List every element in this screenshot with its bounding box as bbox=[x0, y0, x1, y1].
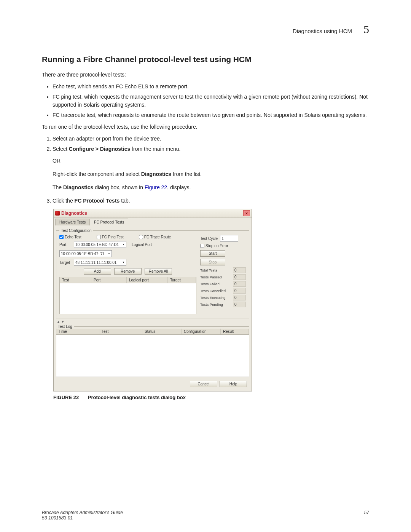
test-cycle-label: Test Cycle bbox=[200, 236, 218, 241]
log-col-status[interactable]: Status bbox=[142, 329, 182, 334]
port-combo[interactable]: 10:00:00:05:1E:BD:47:D1 bbox=[74, 241, 126, 248]
log-col-configuration[interactable]: Configuration bbox=[182, 329, 221, 334]
logical-port-combo[interactable]: 10:00:00:05:1E:BD:47:D1 bbox=[59, 250, 112, 257]
step-2-post: from the main menu. bbox=[130, 146, 180, 152]
test-cycle-input[interactable]: 1 bbox=[220, 235, 238, 242]
total-tests-label: Total Tests bbox=[200, 268, 231, 272]
close-icon[interactable]: × bbox=[243, 210, 250, 216]
chapter-number: 5 bbox=[363, 23, 369, 36]
tests-pending-label: Tests Pending bbox=[200, 302, 231, 307]
step-3-post: tab. bbox=[119, 198, 130, 204]
tests-cancelled-value: 0 bbox=[233, 288, 246, 294]
fc-trace-route-checkbox[interactable] bbox=[139, 235, 143, 239]
step-3: Click the FC Protocol Tests tab. bbox=[53, 197, 369, 205]
stop-on-error-label: Stop on Error bbox=[206, 244, 228, 248]
stop-on-error-checkbox[interactable] bbox=[200, 244, 204, 248]
bullet-ping: FC ping test, which requests the managem… bbox=[53, 93, 369, 109]
footer-doc-number: 53-1001583-01 bbox=[42, 515, 123, 521]
help-button[interactable]: Help bbox=[220, 381, 247, 387]
group-test-log: Test Log bbox=[56, 324, 74, 329]
section-heading: Running a Fibre Channel protocol-level t… bbox=[42, 55, 369, 64]
step-2-rc-pre: Right-click the component and select bbox=[53, 171, 141, 177]
log-col-result[interactable]: Result bbox=[221, 329, 249, 334]
tab-fc-protocol-tests[interactable]: FC Protocol Tests bbox=[90, 219, 128, 225]
tab-hardware-tests[interactable]: Hardware Tests bbox=[55, 219, 90, 225]
tests-grid[interactable]: Test Port Logical port Target bbox=[59, 277, 196, 314]
port-label: Port bbox=[59, 243, 72, 247]
bullet-traceroute: FC traceroute test, which requests to en… bbox=[53, 111, 369, 119]
step-3-pre: Click the bbox=[53, 198, 75, 204]
step-3-bold: FC Protocol Tests bbox=[75, 198, 120, 204]
add-button[interactable]: Add bbox=[84, 268, 111, 275]
fc-ping-test-checkbox[interactable] bbox=[97, 235, 101, 239]
echo-test-checkbox[interactable] bbox=[59, 235, 64, 239]
step-2-d-bold: Diagnostics bbox=[63, 184, 93, 190]
bullet-echo: Echo test, which sends an FC Echo ELS to… bbox=[53, 83, 369, 91]
remove-button[interactable]: Remove bbox=[114, 268, 142, 275]
step-2-or: OR bbox=[53, 157, 369, 165]
footer-page-number: 57 bbox=[364, 510, 369, 521]
col-target[interactable]: Target bbox=[168, 277, 196, 283]
tests-executing-label: Tests Executing bbox=[200, 296, 231, 300]
app-icon bbox=[55, 211, 60, 216]
step-2: Select Configure > Diagnostics from the … bbox=[53, 145, 369, 192]
step-1: Select an adapter or port from the devic… bbox=[53, 135, 369, 143]
col-logical-port[interactable]: Logical port bbox=[127, 277, 168, 283]
log-col-test[interactable]: Test bbox=[99, 329, 142, 334]
figure-22-link[interactable]: Figure 22 bbox=[145, 184, 167, 190]
figure-label: FIGURE 22 bbox=[53, 395, 79, 400]
tests-passed-value: 0 bbox=[233, 274, 246, 280]
step-2-rc-post: from the list. bbox=[171, 171, 202, 177]
fc-trace-route-label: FC Trace Route bbox=[144, 235, 171, 239]
total-tests-value: 0 bbox=[233, 267, 246, 273]
tests-pending-value: 0 bbox=[233, 302, 246, 307]
intro-text: There are three protocol-level tests: bbox=[42, 71, 369, 79]
echo-test-label: Echo Test bbox=[65, 235, 81, 239]
tests-passed-label: Tests Passed bbox=[200, 275, 231, 279]
col-port[interactable]: Port bbox=[91, 277, 127, 283]
page-header-title: Diagnostics using HCM bbox=[293, 28, 352, 34]
test-log-grid[interactable] bbox=[56, 335, 249, 377]
fc-ping-test-label: FC Ping Test bbox=[102, 235, 124, 239]
start-button[interactable]: Start bbox=[200, 250, 225, 257]
tests-failed-label: Tests Failed bbox=[200, 282, 231, 286]
cancel-button[interactable]: Cancel bbox=[190, 381, 217, 387]
figure-caption-text: Protocol-level diagnostic tests dialog b… bbox=[88, 395, 186, 400]
step-2-pre: Select bbox=[53, 146, 69, 152]
tests-executing-value: 0 bbox=[233, 295, 246, 300]
tests-failed-value: 0 bbox=[233, 281, 246, 287]
diagnostics-dialog: Diagnostics × Hardware Tests FC Protocol… bbox=[53, 209, 252, 391]
col-test[interactable]: Test bbox=[60, 277, 91, 283]
dialog-title: Diagnostics bbox=[61, 211, 87, 216]
group-test-configuration: Test Configuration bbox=[59, 228, 93, 233]
target-combo[interactable]: 48:11:11:11:11:11:00:01 bbox=[74, 259, 126, 266]
stop-button[interactable]: Stop bbox=[200, 259, 225, 265]
step-2-d-post: , displays. bbox=[167, 184, 191, 190]
step-2-d-pre: The bbox=[53, 184, 63, 190]
tests-cancelled-label: Tests Cancelled bbox=[200, 289, 231, 293]
footer-guide-title: Brocade Adapters Administrator's Guide bbox=[42, 510, 123, 515]
step-2-d-mid: dialog box, shown in bbox=[93, 184, 145, 190]
target-label: Target bbox=[59, 260, 72, 265]
step-2-menu-path: Configure > Diagnostics bbox=[69, 146, 130, 152]
remove-all-button[interactable]: Remove All bbox=[145, 268, 172, 275]
log-col-time[interactable]: Time bbox=[56, 329, 99, 334]
procedure-intro: To run one of the protocol-level tests, … bbox=[42, 123, 369, 131]
step-2-rc-bold: Diagnostics bbox=[141, 171, 171, 177]
logical-port-label: Logical Port bbox=[132, 243, 152, 247]
splitter-arrows-icon[interactable]: ▲ ▼ bbox=[57, 320, 249, 324]
